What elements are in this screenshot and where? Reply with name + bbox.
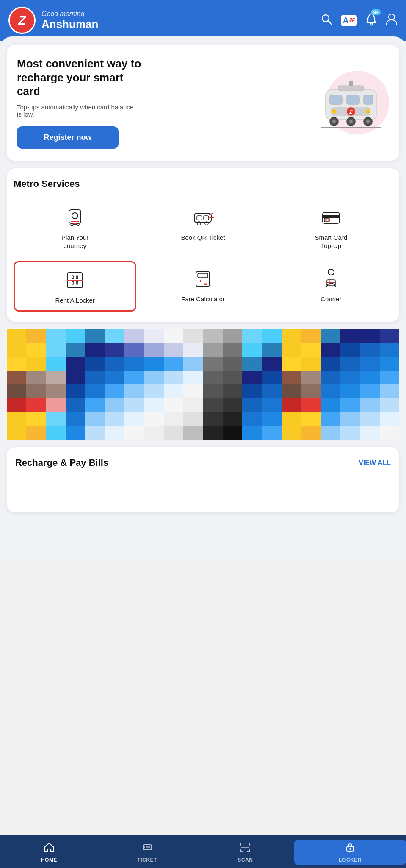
svg-rect-21 xyxy=(349,81,353,86)
book-qr-label: Book QR Ticket xyxy=(181,234,225,242)
header-left: Z Good morning Anshuman xyxy=(8,7,98,34)
services-grid: Plan YourJourney xyxy=(14,200,392,312)
smart-card-label: Smart CardTop-Up xyxy=(315,234,347,250)
svg-line-1 xyxy=(328,21,331,24)
book-qr-icon xyxy=(191,206,215,229)
recharge-title: Recharge & Pay Bills xyxy=(15,457,108,468)
banner-text: Most convenient way to recharge your sma… xyxy=(17,57,313,149)
bottom-navigation: HOME TICKET SCAN xyxy=(0,835,406,868)
svg-rect-48 xyxy=(72,281,74,284)
app-logo[interactable]: Z xyxy=(8,7,36,34)
nav-scan[interactable]: SCAN xyxy=(196,842,295,863)
notification-badge: 9+ xyxy=(371,9,381,15)
services-card: Metro Services Plan YourJour xyxy=(7,168,399,322)
greeting-block: Good morning Anshuman xyxy=(41,10,98,31)
logo-letter: Z xyxy=(18,13,26,28)
courier-label: Courier xyxy=(320,295,341,303)
svg-point-10 xyxy=(366,109,370,114)
svg-point-18 xyxy=(366,120,370,123)
svg-rect-49 xyxy=(76,281,78,284)
plan-journey-label: Plan YourJourney xyxy=(61,234,88,250)
banner-card: Most convenient way to recharge your sma… xyxy=(7,45,399,161)
svg-text:Z: Z xyxy=(349,109,353,115)
rent-locker-icon xyxy=(63,268,87,292)
notification-icon[interactable]: 9+ xyxy=(365,13,377,28)
svg-rect-63 xyxy=(143,845,152,850)
banner-title: Most convenient way to recharge your sma… xyxy=(17,57,144,98)
svg-rect-51 xyxy=(198,273,208,278)
svg-point-70 xyxy=(349,848,351,850)
service-rent-locker[interactable]: Rent A Locker xyxy=(14,261,136,312)
recharge-card: Recharge & Pay Bills VIEW ALL xyxy=(7,447,399,512)
svg-point-2 xyxy=(370,23,373,25)
banner-subtitle: Top-ups automatically when card balance … xyxy=(17,103,135,118)
search-icon[interactable] xyxy=(320,13,332,28)
main-content: Most convenient way to recharge your sma… xyxy=(0,36,406,562)
profile-icon[interactable] xyxy=(386,13,398,28)
scan-icon xyxy=(240,842,251,855)
plan-journey-icon xyxy=(63,206,87,229)
svg-point-23 xyxy=(72,213,78,219)
recharge-header: Recharge & Pay Bills VIEW ALL xyxy=(15,457,391,468)
svg-text:=: = xyxy=(204,281,207,287)
user-name: Anshuman xyxy=(41,18,98,31)
view-all-button[interactable]: VIEW ALL xyxy=(359,459,391,467)
svg-point-3 xyxy=(389,14,395,20)
locker-label: LOCKER xyxy=(339,857,362,863)
smart-card-icon xyxy=(319,206,343,229)
rent-locker-label: Rent A Locker xyxy=(55,296,94,305)
svg-rect-7 xyxy=(364,95,373,104)
services-title: Metro Services xyxy=(14,178,392,189)
svg-rect-6 xyxy=(347,95,359,104)
nav-home[interactable]: HOME xyxy=(0,842,98,863)
fare-calc-label: Fare Calculator xyxy=(181,295,225,303)
service-plan-journey[interactable]: Plan YourJourney xyxy=(14,200,136,256)
service-fare-calc[interactable]: = Fare Calculator xyxy=(141,261,264,312)
service-smart-card[interactable]: Smart CardTop-Up xyxy=(270,200,392,256)
ticket-label: TICKET xyxy=(137,857,157,863)
locker-nav-icon xyxy=(345,842,356,855)
svg-point-14 xyxy=(332,120,336,123)
home-icon xyxy=(44,842,55,855)
svg-point-16 xyxy=(349,120,353,123)
scan-label: SCAN xyxy=(238,857,253,863)
courier-icon xyxy=(319,267,343,291)
service-book-qr[interactable]: Book QR Ticket xyxy=(141,200,264,256)
train-svg: Z xyxy=(317,73,385,132)
svg-point-57 xyxy=(328,269,334,275)
svg-rect-46 xyxy=(72,276,74,279)
ticket-icon xyxy=(142,842,153,855)
nav-ticket[interactable]: TICKET xyxy=(98,842,196,863)
svg-point-9 xyxy=(332,109,336,114)
promotional-banner[interactable] xyxy=(7,329,399,440)
svg-rect-47 xyxy=(76,276,78,279)
register-button[interactable]: Register now xyxy=(17,126,119,149)
service-courier[interactable]: Courier xyxy=(270,261,392,312)
translate-icon[interactable]: A अ xyxy=(341,15,357,26)
svg-rect-30 xyxy=(197,216,202,220)
svg-rect-31 xyxy=(204,216,209,220)
greeting-text: Good morning xyxy=(41,10,98,18)
svg-rect-5 xyxy=(330,95,342,104)
fare-calc-icon: = xyxy=(191,267,215,291)
app-header: Z Good morning Anshuman A अ 9+ xyxy=(0,0,406,41)
nav-locker[interactable]: LOCKER xyxy=(294,840,406,865)
header-icons: A अ 9+ xyxy=(320,13,398,28)
train-illustration: Z xyxy=(313,69,389,136)
svg-rect-38 xyxy=(323,215,340,218)
home-label: HOME xyxy=(41,857,57,863)
